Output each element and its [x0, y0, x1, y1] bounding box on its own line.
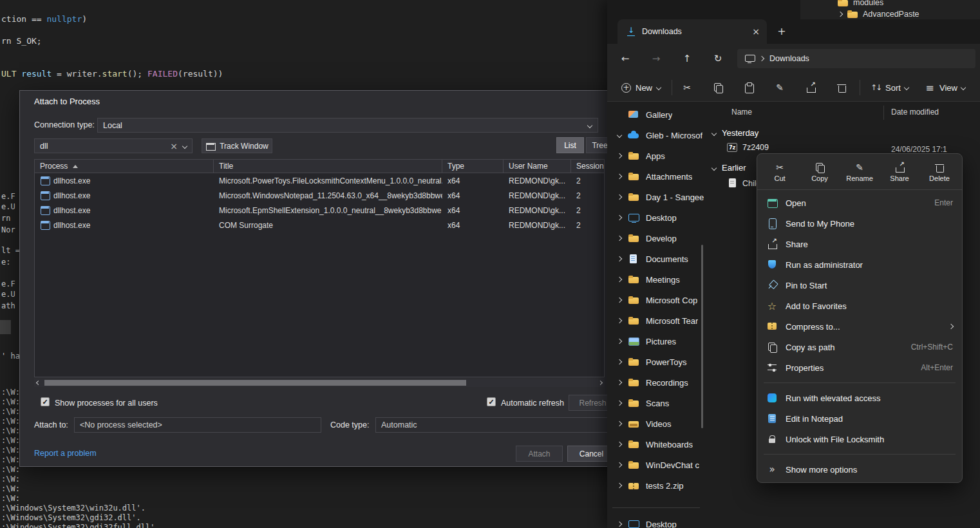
sidebar-item[interactable]: WinDevChat c	[607, 455, 704, 475]
expand-chevron-icon[interactable]	[617, 442, 622, 447]
column-header-name[interactable]: Name	[731, 108, 752, 117]
expand-chevron-icon[interactable]	[617, 421, 622, 426]
new-button[interactable]: New	[615, 78, 667, 97]
context-menu-item[interactable]: Copy as path Ctrl+Shift+C	[760, 337, 959, 357]
expand-chevron-icon[interactable]	[617, 359, 622, 364]
file-row-7z2409[interactable]: 7z2409	[726, 142, 769, 153]
attach-to-field[interactable]: <No process selected>	[74, 417, 321, 433]
sidebar-item[interactable]: PowerToys	[607, 352, 704, 372]
toolbar-button[interactable]	[831, 78, 852, 97]
tree-item-advancedpaste[interactable]: AdvancedPaste	[838, 7, 919, 19]
process-filter-input[interactable]: dll	[34, 138, 193, 153]
sidebar-item[interactable]: Videos	[607, 413, 704, 434]
expand-chevron-icon[interactable]	[838, 12, 843, 17]
code-type-field[interactable]: Automatic	[375, 417, 633, 433]
context-menu-item[interactable]: Run with elevated access	[760, 388, 959, 408]
sidebar-item[interactable]: Gleb - Microsof	[607, 125, 704, 146]
context-menu-item[interactable]: Show more options	[760, 459, 959, 480]
expand-chevron-icon[interactable]	[617, 297, 622, 303]
expand-chevron-icon[interactable]	[617, 236, 622, 241]
expand-chevron-icon[interactable]	[617, 256, 622, 261]
context-menu-item[interactable]: Unlock with File Locksmith	[760, 429, 959, 449]
nav-button[interactable]	[616, 50, 634, 68]
group-header-yesterday[interactable]: Yesterday	[712, 128, 759, 138]
sidebar-item[interactable]: Pictures	[607, 331, 704, 352]
quick-action[interactable]: Cut	[762, 160, 798, 184]
column-header-process[interactable]: Process	[35, 160, 214, 173]
collapse-chevron-icon[interactable]	[711, 130, 717, 135]
tab-close-button[interactable]	[750, 26, 762, 37]
collapse-chevron-icon[interactable]	[711, 165, 717, 170]
sidebar-item[interactable]: Day 1 - Sangee	[607, 187, 704, 207]
clear-filter-icon[interactable]	[169, 142, 178, 151]
scroll-right-icon[interactable]	[599, 381, 602, 385]
toolbar-button[interactable]	[739, 78, 759, 97]
column-header-date-modified[interactable]: Date modified	[891, 108, 939, 117]
quick-action[interactable]: Rename	[842, 160, 878, 184]
sidebar-item[interactable]: Microsoft Tear	[607, 310, 704, 331]
new-tab-button[interactable]	[776, 26, 787, 37]
expand-chevron-icon[interactable]	[617, 215, 622, 220]
column-header-type[interactable]: Type	[442, 160, 504, 173]
column-header-title[interactable]: Title	[214, 160, 442, 173]
sidebar-item[interactable]: Develop	[607, 228, 704, 249]
toolbar-button[interactable]	[769, 78, 790, 97]
column-header-session[interactable]: Session	[571, 160, 604, 173]
context-menu-item[interactable]: Run as administrator	[760, 254, 959, 275]
context-menu-item[interactable]: Edit in Notepad	[760, 408, 959, 429]
view-button[interactable]: View	[919, 78, 970, 97]
context-menu-item[interactable]: Compress to...	[760, 316, 959, 337]
show-all-users-checkbox[interactable]	[41, 397, 50, 406]
process-row[interactable]: dllhost.exe Microsoft.EpmShellExtension_…	[35, 203, 604, 218]
sidebar-item[interactable]: Microsoft Cop	[607, 290, 704, 310]
expand-chevron-icon[interactable]	[617, 401, 622, 406]
expand-chevron-icon[interactable]	[617, 462, 622, 467]
quick-action[interactable]: Share	[881, 160, 918, 184]
sidebar-item[interactable]: Whiteboards	[607, 434, 704, 455]
expand-chevron-icon[interactable]	[617, 318, 622, 323]
toolbar-button[interactable]	[708, 78, 728, 97]
context-menu-item[interactable]: Send to My Phone	[760, 213, 959, 234]
expand-chevron-icon[interactable]	[617, 194, 622, 200]
sidebar-item[interactable]: Desktop	[607, 207, 704, 228]
sidebar-item[interactable]: Meetings	[607, 269, 704, 290]
explorer-tab-downloads[interactable]: Downloads	[617, 19, 767, 44]
expand-chevron-icon[interactable]	[617, 522, 622, 527]
sidebar-item-desktop[interactable]: Desktop	[607, 514, 704, 528]
sidebar-item[interactable]: Scans	[607, 393, 704, 413]
quick-action[interactable]: Delete	[921, 160, 957, 184]
process-row[interactable]: dllhost.exe Microsoft.WindowsNotepad_11.…	[35, 188, 604, 203]
sort-button[interactable]: Sort	[865, 78, 914, 97]
expand-chevron-icon[interactable]	[617, 483, 622, 488]
sidebar-item[interactable]: tests 2.zip	[607, 475, 704, 496]
context-menu-item[interactable]: Add to Favorites	[760, 296, 959, 316]
filter-dropdown-icon[interactable]	[182, 143, 187, 148]
report-a-problem-link[interactable]: Report a problem	[34, 449, 97, 458]
connection-type-select[interactable]: Local	[97, 118, 598, 133]
toolbar-button[interactable]	[800, 78, 821, 97]
sidebar-item[interactable]: Apps	[607, 146, 704, 166]
list-view-button[interactable]: List	[556, 137, 584, 153]
attach-button[interactable]: Attach	[516, 446, 563, 462]
quick-action[interactable]: Copy	[802, 160, 838, 184]
group-header-earlier[interactable]: Earlier	[712, 163, 746, 173]
expand-chevron-icon[interactable]	[617, 153, 622, 158]
automatic-refresh-checkbox[interactable]	[487, 397, 496, 406]
track-window-button[interactable]: Track Window	[202, 138, 272, 153]
process-row[interactable]: dllhost.exe COM Surrogate x64 REDMOND\gk…	[35, 218, 604, 232]
expand-chevron-icon[interactable]	[617, 380, 622, 385]
toolbar-button[interactable]	[677, 78, 697, 97]
scrollbar-thumb[interactable]	[44, 380, 466, 386]
column-divider[interactable]	[883, 106, 884, 120]
address-bar[interactable]: Downloads	[737, 49, 975, 68]
nav-button[interactable]	[709, 50, 727, 68]
context-menu-item[interactable]: Properties Alt+Enter	[760, 357, 959, 378]
process-row[interactable]: dllhost.exe Microsoft.PowerToys.FileLock…	[35, 173, 604, 188]
horizontal-scrollbar[interactable]	[34, 379, 605, 387]
sidebar-item[interactable]: Recordings	[607, 372, 704, 393]
column-header-user[interactable]: User Name	[504, 160, 571, 173]
sidebar-scrollbar[interactable]	[701, 245, 703, 428]
nav-button[interactable]	[647, 50, 665, 68]
expand-chevron-icon[interactable]	[617, 339, 622, 344]
context-menu-item[interactable]: Open Enter	[760, 193, 959, 213]
